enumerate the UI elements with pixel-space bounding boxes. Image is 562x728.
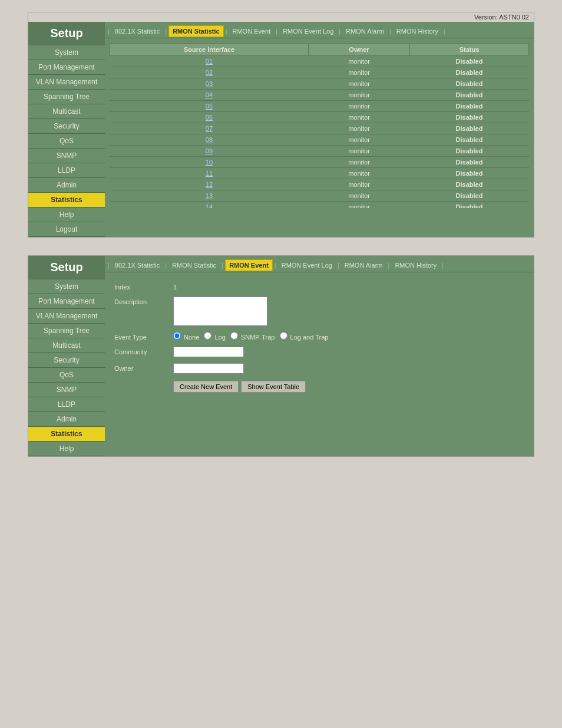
sidebar2-item-multicast[interactable]: Multicast — [28, 338, 105, 353]
col-header-source: Source Interface — [110, 44, 309, 56]
tab-bar-1: | 802.1X Statistic | RMON Statistic | RM… — [105, 22, 534, 38]
interface-link[interactable]: 02 — [110, 67, 309, 78]
owner-label: Owner — [114, 363, 173, 372]
sidebar-item-multicast[interactable]: Multicast — [28, 104, 105, 119]
owner-cell: monitor — [308, 179, 409, 190]
radio-log-and-trap-label[interactable]: Log and Trap — [280, 332, 329, 341]
interface-link[interactable]: 04 — [110, 90, 309, 101]
sidebar-item-port-management[interactable]: Port Management — [28, 60, 105, 75]
sidebar-1: Setup System Port Management VLAN Manage… — [28, 22, 105, 237]
tab-rmon-history[interactable]: RMON History — [393, 26, 442, 37]
interface-link[interactable]: 11 — [110, 168, 309, 179]
status-cell: Disabled — [410, 112, 529, 123]
tab-sep-4: | — [338, 28, 341, 35]
owner-cell: monitor — [308, 146, 409, 157]
interface-link[interactable]: 09 — [110, 146, 309, 157]
interface-link[interactable]: 14 — [110, 202, 309, 209]
description-input[interactable] — [173, 297, 267, 326]
tab2-rmon-statistic[interactable]: RMON Statistic — [168, 260, 220, 271]
status-cell: Disabled — [410, 78, 529, 90]
sidebar2-item-snmp[interactable]: SNMP — [28, 383, 105, 397]
sidebar2-item-admin[interactable]: Admin — [28, 412, 105, 427]
interface-link[interactable]: 05 — [110, 101, 309, 112]
tab-rmon-event-log[interactable]: RMON Event Log — [279, 26, 337, 37]
table-row: 05 monitor Disabled — [110, 101, 529, 112]
owner-cell: monitor — [308, 90, 409, 101]
sidebar2-item-port-management[interactable]: Port Management — [28, 294, 105, 309]
tab-rmon-event[interactable]: RMON Event — [229, 26, 274, 37]
radio-log-and-trap[interactable] — [280, 332, 287, 340]
sidebar-item-spanning-tree[interactable]: Spanning Tree — [28, 90, 105, 104]
tab2-rmon-alarm[interactable]: RMON Alarm — [341, 260, 386, 271]
sidebar-2-title: Setup — [28, 256, 105, 279]
status-cell: Disabled — [410, 90, 529, 101]
sidebar-item-snmp[interactable]: SNMP — [28, 149, 105, 163]
interface-link[interactable]: 06 — [110, 112, 309, 123]
tab-rmon-alarm[interactable]: RMON Alarm — [342, 26, 388, 37]
sidebar2-item-spanning-tree[interactable]: Spanning Tree — [28, 324, 105, 338]
interface-link[interactable]: 03 — [110, 78, 309, 90]
sidebar-item-logout[interactable]: Logout — [28, 222, 105, 237]
owner-cell: monitor — [308, 56, 409, 67]
table-row: 06 monitor Disabled — [110, 112, 529, 123]
sidebar-item-system[interactable]: System — [28, 45, 105, 60]
sidebar-item-statistics[interactable]: Statistics — [28, 193, 105, 207]
create-event-button[interactable]: Create New Event — [173, 381, 239, 393]
table-row: 09 monitor Disabled — [110, 146, 529, 157]
radio-none[interactable] — [173, 332, 181, 340]
table-row: 10 monitor Disabled — [110, 157, 529, 168]
event-type-radio-group: None Log SNMP-Trap Log and Trap — [173, 332, 328, 341]
sidebar2-item-system[interactable]: System — [28, 279, 105, 294]
sidebar-item-lldp[interactable]: LLDP — [28, 163, 105, 178]
tab-sep-6: | — [443, 28, 446, 35]
tab2-rmon-event[interactable]: RMON Event — [225, 259, 273, 271]
interface-link[interactable]: 01 — [110, 56, 309, 67]
community-label: Community — [114, 347, 173, 355]
sidebar2-item-qos[interactable]: QoS — [28, 368, 105, 383]
interface-link[interactable]: 07 — [110, 123, 309, 134]
description-label: Description — [114, 297, 173, 305]
table-row: 02 monitor Disabled — [110, 67, 529, 78]
sidebar2-item-statistics[interactable]: Statistics — [28, 427, 105, 442]
radio-none-label[interactable]: None — [173, 332, 199, 341]
sidebar2-item-help[interactable]: Help — [28, 442, 105, 456]
status-cell: Disabled — [410, 123, 529, 134]
version-text: Version: ASTN0 02 — [474, 14, 529, 21]
owner-cell: monitor — [308, 134, 409, 146]
sidebar-item-help[interactable]: Help — [28, 207, 105, 222]
status-cell: Disabled — [410, 202, 529, 209]
interface-link[interactable]: 12 — [110, 179, 309, 190]
table-row: 14 monitor Disabled — [110, 202, 529, 209]
community-input[interactable] — [173, 347, 244, 357]
sidebar2-item-lldp[interactable]: LLDP — [28, 397, 105, 412]
radio-snmp-trap[interactable] — [230, 332, 238, 340]
tab-sep-5: | — [389, 28, 392, 35]
tab2-rmon-history[interactable]: RMON History — [391, 260, 440, 271]
sidebar2-item-vlan-management[interactable]: VLAN Management — [28, 309, 105, 324]
sidebar-item-security[interactable]: Security — [28, 119, 105, 134]
radio-log[interactable] — [204, 332, 211, 340]
event-type-label: Event Type — [114, 332, 173, 341]
scroll-area[interactable]: Source Interface Owner Status 01 monitor… — [110, 43, 529, 208]
version-bar: Version: ASTN0 02 — [28, 12, 534, 22]
interface-link[interactable]: 08 — [110, 134, 309, 146]
interface-link[interactable]: 10 — [110, 157, 309, 168]
radio-snmp-trap-label[interactable]: SNMP-Trap — [230, 332, 275, 341]
tab-rmon-statistic[interactable]: RMON Statistic — [168, 25, 223, 37]
radio-log-label[interactable]: Log — [204, 332, 225, 341]
tab2-rmon-event-log[interactable]: RMON Event Log — [278, 260, 336, 271]
sidebar-item-admin[interactable]: Admin — [28, 178, 105, 193]
owner-input[interactable] — [173, 363, 244, 374]
tab2-802-statistic[interactable]: 802.1X Statistic — [111, 260, 163, 271]
status-cell: Disabled — [410, 157, 529, 168]
sidebar-item-qos[interactable]: QoS — [28, 134, 105, 149]
sidebar2-item-security[interactable]: Security — [28, 353, 105, 368]
show-event-table-button[interactable]: Show Event Table — [241, 381, 306, 393]
rmon-event-form: Index 1 Description Event Type None — [105, 272, 534, 456]
tab2-sep-1: | — [164, 262, 167, 269]
tab-802-statistic[interactable]: 802.1X Statistic — [111, 26, 163, 37]
interface-link[interactable]: 13 — [110, 190, 309, 202]
col-header-status: Status — [410, 44, 529, 56]
owner-cell: monitor — [308, 190, 409, 202]
sidebar-item-vlan-management[interactable]: VLAN Management — [28, 75, 105, 90]
